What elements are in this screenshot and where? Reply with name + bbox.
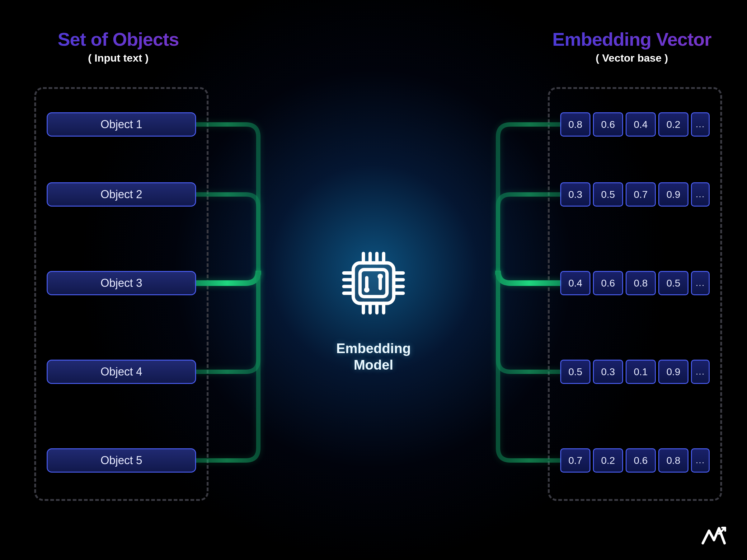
right-subtitle-text: ( Vector base ) xyxy=(545,52,719,64)
diagram-stage: Set of Objects ( Input text ) Embedding … xyxy=(0,0,747,560)
vector-row: 0.50.30.10.9... xyxy=(560,359,710,384)
vector-cell: 0.1 xyxy=(626,359,656,384)
vector-cell: 0.2 xyxy=(658,112,689,137)
vector-cell: 0.6 xyxy=(593,271,623,295)
vector-cell: 0.7 xyxy=(626,182,656,207)
object-row: Object 5 xyxy=(47,448,196,473)
object-row: Object 2 xyxy=(47,182,196,207)
object-pill: Object 1 xyxy=(47,112,196,137)
vector-row: 0.80.60.40.2... xyxy=(560,112,710,137)
vector-cell: 0.8 xyxy=(626,271,656,295)
vector-cell: 0.7 xyxy=(560,448,590,473)
vector-cell: 0.4 xyxy=(560,271,590,295)
vector-ellipsis: ... xyxy=(691,182,710,207)
left-column-title: Set of Objects ( Input text ) xyxy=(31,29,205,64)
vector-cells: 0.80.60.40.2... xyxy=(560,112,710,137)
vector-cell: 0.5 xyxy=(560,359,590,384)
vector-cell: 0.5 xyxy=(658,271,689,295)
vector-cells: 0.30.50.70.9... xyxy=(560,182,710,207)
left-title-text: Set of Objects xyxy=(31,29,205,50)
left-subtitle-text: ( Input text ) xyxy=(31,52,205,64)
vector-ellipsis: ... xyxy=(691,112,710,137)
vector-cell: 0.8 xyxy=(560,112,590,137)
vector-cell: 0.6 xyxy=(593,112,623,137)
vector-cell: 0.6 xyxy=(626,448,656,473)
vector-cell: 0.3 xyxy=(593,359,623,384)
object-pill: Object 5 xyxy=(47,448,196,473)
object-pill: Object 4 xyxy=(47,359,196,384)
object-row: Object 4 xyxy=(47,359,196,384)
vector-ellipsis: ... xyxy=(691,448,710,473)
object-row: Object 3 xyxy=(47,271,196,295)
vector-row: 0.40.60.80.5... xyxy=(560,271,710,295)
vector-cell: 0.9 xyxy=(658,182,689,207)
right-title-text: Embedding Vector xyxy=(545,29,719,50)
vector-row: 0.70.20.60.8... xyxy=(560,448,710,473)
vector-cell: 0.4 xyxy=(626,112,656,137)
vector-row: 0.30.50.70.9... xyxy=(560,182,710,207)
vector-cells: 0.70.20.60.8... xyxy=(560,448,710,473)
object-pill: Object 3 xyxy=(47,271,196,295)
vector-cell: 0.9 xyxy=(658,359,689,384)
chip-label-line2: Model xyxy=(354,357,393,372)
vector-cell: 0.2 xyxy=(593,448,623,473)
vector-cells: 0.50.30.10.9... xyxy=(560,359,710,384)
chip-icon xyxy=(333,243,414,324)
vector-ellipsis: ... xyxy=(691,271,710,295)
object-pill: Object 2 xyxy=(47,182,196,207)
vector-cell: 0.5 xyxy=(593,182,623,207)
embedding-model-node: Embedding Model xyxy=(333,243,414,373)
vector-ellipsis: ... xyxy=(691,359,710,384)
right-column-title: Embedding Vector ( Vector base ) xyxy=(545,29,719,64)
vector-cell: 0.8 xyxy=(658,448,689,473)
chip-label-line1: Embedding xyxy=(336,341,411,356)
embedding-model-label: Embedding Model xyxy=(333,340,414,373)
object-row: Object 1 xyxy=(47,112,196,137)
brand-logo-icon xyxy=(700,525,728,548)
vector-cells: 0.40.60.80.5... xyxy=(560,271,710,295)
vector-cell: 0.3 xyxy=(560,182,590,207)
